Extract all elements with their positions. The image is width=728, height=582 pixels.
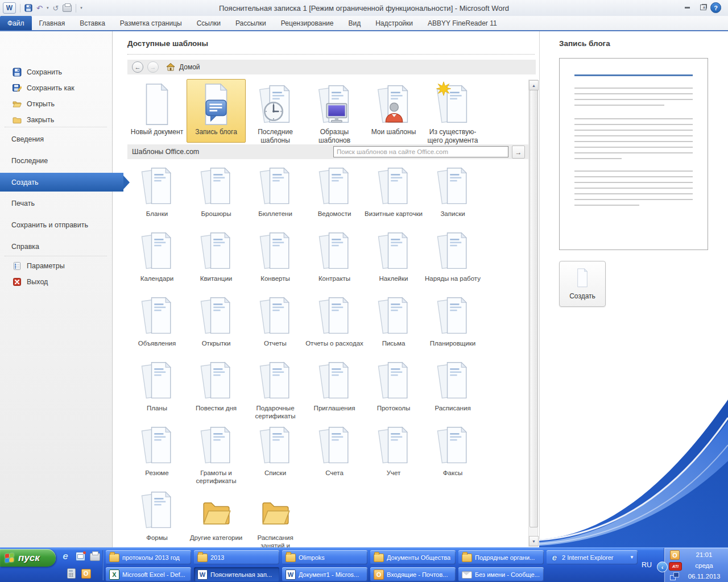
language-indicator[interactable]: RU — [642, 561, 652, 569]
save-icon[interactable] — [24, 4, 32, 12]
breadcrumb-home[interactable]: Домой — [179, 63, 200, 71]
taskbar-window-button[interactable]: Без имени - Сообще... ▼ — [458, 567, 544, 581]
ribbon-tab[interactable]: Главная — [32, 16, 73, 30]
template-category[interactable]: Планы — [127, 358, 187, 423]
template-category[interactable]: Учет — [364, 423, 423, 488]
template-category[interactable]: Объявления — [127, 293, 187, 358]
template-new-document[interactable]: Новый документ — [127, 79, 187, 143]
template-search-input[interactable] — [333, 146, 508, 157]
collapse-ribbon-icon[interactable]: ▲ — [702, 5, 706, 10]
template-recent-templates[interactable]: Последние шаблоны — [246, 79, 305, 143]
template-category[interactable]: Факсы — [423, 423, 482, 488]
redo-icon[interactable]: ↺ — [52, 5, 59, 12]
scroll-up-icon[interactable]: ▲ — [529, 80, 539, 90]
scrollbar-thumb[interactable] — [530, 90, 538, 527]
template-category[interactable]: Календари — [127, 228, 187, 293]
template-category[interactable]: Другие категории — [187, 488, 246, 552]
outlook-tray-icon[interactable]: O — [670, 550, 680, 560]
from-existing-document-icon — [435, 82, 471, 127]
ribbon-tab[interactable]: Вставка — [72, 16, 113, 30]
sidebar-item-close[interactable]: Закрыть — [0, 113, 112, 127]
taskbar-window-button[interactable]: Документ1 - Micros... ▼ — [282, 567, 367, 581]
search-go-icon[interactable]: → — [512, 146, 525, 159]
taskbar-window-button[interactable]: 2 Internet Explorer ▼ — [547, 550, 638, 564]
template-category[interactable]: Контракты — [305, 228, 364, 293]
template-category[interactable]: Формы — [127, 488, 187, 552]
taskbar-window-button[interactable]: протоколы 2013 год ▼ — [106, 550, 191, 564]
word-logo-icon[interactable]: W — [3, 2, 16, 14]
template-category[interactable]: Счета — [305, 423, 364, 488]
template-category[interactable]: Приглашения — [305, 358, 364, 423]
create-button[interactable]: Создать — [559, 261, 606, 307]
sidebar-item-help[interactable]: Справка — [0, 238, 123, 255]
back-icon[interactable]: ← — [132, 61, 143, 73]
sidebar-item-options[interactable]: Параметры — [0, 259, 112, 273]
taskbar-window-button[interactable]: 2013 ▼ — [194, 550, 279, 564]
minimize-button[interactable] — [681, 3, 693, 12]
sidebar-item-open[interactable]: Открыть — [0, 97, 112, 111]
template-from-existing[interactable]: Из существую- щего документа — [423, 79, 482, 143]
template-category[interactable]: Визитные карточки — [364, 164, 423, 228]
sidebar-item-recent[interactable]: Последние — [0, 152, 123, 169]
template-category[interactable]: Брошюры — [187, 164, 246, 228]
template-category[interactable]: Открытки — [187, 293, 246, 358]
vertical-scrollbar[interactable]: ▲ ▼ — [528, 80, 538, 547]
ribbon-tab[interactable]: Рассылки — [228, 16, 274, 30]
taskbar-window-button[interactable]: Пояснительная зап... ▼ — [194, 567, 279, 581]
template-category[interactable]: Отчеты о расходах — [305, 293, 364, 358]
office-com-section-bar: Шаблоны Office.com → — [127, 144, 536, 159]
template-category[interactable]: Грамоты и сертификаты — [187, 423, 246, 488]
sidebar-item-print[interactable]: Печать — [0, 195, 123, 212]
template-sample-templates[interactable]: Образцы шаблонов — [305, 79, 364, 143]
template-category[interactable]: Письма — [364, 293, 423, 358]
template-category[interactable]: Ведомости — [305, 164, 364, 228]
taskbar-window-button[interactable]: Входящие - Почтов... ▼ — [370, 567, 456, 581]
template-category[interactable]: Планировщики — [423, 293, 482, 358]
ribbon-tab[interactable]: Разметка страницы — [113, 16, 189, 30]
template-category[interactable]: Наряды на работу — [423, 228, 482, 293]
template-category[interactable]: Наклейки — [364, 228, 423, 293]
template-blog-post[interactable]: Запись блога — [187, 79, 246, 143]
template-my-templates[interactable]: Мои шаблоны — [364, 79, 423, 143]
print-icon[interactable] — [63, 5, 72, 12]
scroll-down-icon[interactable]: ▼ — [529, 536, 539, 546]
ribbon-tab[interactable]: Вид — [341, 16, 368, 30]
taskbar-window-button[interactable]: Olimpoks ▼ — [282, 550, 367, 564]
template-category[interactable]: Квитанции — [187, 228, 246, 293]
taskbar-window-button[interactable]: Microsoft Excel - Def... ▼ — [106, 567, 191, 581]
ribbon-tab[interactable]: Рецензирование — [274, 16, 341, 30]
sidebar-item-save[interactable]: Сохранить — [0, 65, 112, 80]
tray-clock[interactable]: 21:01 среда 06.11.2013 — [682, 550, 726, 582]
undo-dropdown-icon[interactable]: ▾ — [47, 6, 49, 10]
taskbar-window-button[interactable]: Документы Общества ▼ — [370, 550, 456, 564]
template-category[interactable]: Отчеты — [246, 293, 305, 358]
template-category[interactable]: Повестки дня — [187, 358, 246, 423]
network-tray-icon[interactable] — [670, 572, 679, 580]
ribbon-tab[interactable]: Файл — [0, 16, 32, 30]
template-category[interactable]: Расписания занятий и — [246, 488, 305, 552]
template-category[interactable]: Расписания — [423, 358, 482, 423]
ati-tray-icon[interactable]: ATI — [669, 562, 682, 571]
taskbar-window-button[interactable]: Подрядные органи... ▼ — [458, 550, 544, 564]
template-category[interactable]: Подарочные сертификаты — [246, 358, 305, 423]
template-category[interactable]: Записки — [423, 164, 482, 228]
ribbon-tab[interactable]: Надстройки — [368, 16, 420, 30]
help-icon[interactable]: ? — [710, 2, 721, 13]
sidebar-item-exit[interactable]: Выход — [0, 275, 112, 289]
ribbon-tab[interactable]: Ссылки — [189, 16, 228, 30]
template-category[interactable]: Списки — [246, 423, 305, 488]
sidebar-item-save-as[interactable]: Сохранить как — [0, 81, 112, 95]
template-category[interactable]: Протоколы — [364, 358, 423, 423]
undo-icon[interactable]: ↶ — [36, 5, 43, 12]
ribbon-tab[interactable]: ABBYY FineReader 11 — [420, 16, 504, 30]
customize-toolbar-icon[interactable]: ▾ — [80, 6, 82, 10]
collapse-chevron-icon[interactable]: ‹ — [657, 562, 668, 572]
sidebar-item-new[interactable]: Создать — [0, 173, 123, 192]
sidebar-item-save-and-send[interactable]: Сохранить и отправить — [0, 217, 123, 234]
template-category[interactable]: Конверты — [246, 228, 305, 293]
sidebar-item-info[interactable]: Сведения — [0, 131, 123, 148]
template-category[interactable]: Резюме — [127, 423, 187, 488]
forward-icon[interactable]: → — [147, 61, 159, 73]
template-category[interactable]: Бюллетени — [246, 164, 305, 228]
template-category[interactable]: Бланки — [127, 164, 187, 228]
